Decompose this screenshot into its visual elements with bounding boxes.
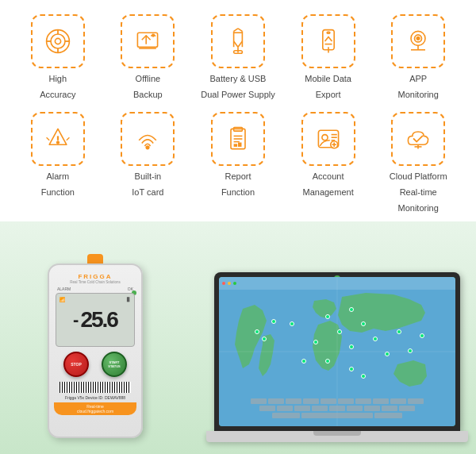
device-barcode [60, 382, 131, 393]
account-management-icon [314, 125, 343, 153]
report-function-label2: Function [221, 187, 255, 198]
minimize-dot [228, 282, 231, 285]
builtin-iot-icon [133, 125, 162, 153]
key-row-1 [219, 398, 455, 404]
feature-battery-usb: Battery & USB Dual Power Supply [196, 14, 280, 101]
status-label: STATUS [108, 364, 120, 368]
account-management-icon-box [301, 112, 355, 166]
key [355, 398, 371, 404]
map-dot [337, 329, 342, 334]
app-monitoring-label: APP [409, 73, 427, 84]
feature-high-accuracy: High Accuracy [16, 14, 100, 101]
device-temp-display: - 25.6 [73, 307, 117, 333]
features-section: High Accuracy Offline B [0, 0, 476, 221]
svg-line-17 [234, 41, 238, 47]
mobile-data-icon-box [301, 14, 355, 68]
key [408, 398, 424, 404]
key [251, 398, 267, 404]
key [390, 398, 406, 404]
maximize-dot [233, 282, 236, 285]
feature-alarm-function: Alarm Function [16, 112, 100, 214]
alarm-function-icon-box [31, 112, 85, 166]
battery-usb-icon-box [211, 14, 265, 68]
feature-offline-backup: Offline Backup [106, 14, 190, 101]
key-shift [272, 413, 300, 418]
feature-report-function: Report Function [196, 112, 280, 214]
key [268, 398, 284, 404]
key [303, 398, 319, 404]
app-monitoring-icon [404, 27, 432, 56]
key [399, 406, 415, 411]
close-dot [222, 282, 225, 285]
feature-mobile-data: Mobile Data Export [286, 14, 370, 101]
laptop-wrapper [214, 272, 460, 442]
svg-point-2 [55, 38, 60, 44]
svg-line-18 [238, 41, 242, 47]
key-space [301, 413, 373, 418]
key [382, 406, 397, 411]
device-bottom-label: Real-time cloud.friggatech.com [54, 402, 136, 415]
key-enter [374, 413, 402, 418]
mobile-data-label: Mobile Data [305, 73, 351, 84]
device-header-row: ALARM OK [54, 287, 136, 291]
start-button[interactable]: START STATUS [102, 352, 127, 377]
page: High Accuracy Offline B [0, 0, 476, 454]
app-monitoring-label2: Monitoring [398, 89, 439, 100]
svg-point-36 [147, 146, 150, 149]
device-brand: FRIGGA [78, 273, 112, 280]
device-subtitle: Real Time Cold Chain Solutions [70, 280, 121, 284]
key [373, 398, 389, 404]
battery-usb-icon [224, 27, 252, 56]
battery-usb-label2: Dual Power Supply [201, 89, 275, 100]
bottom-label-line2: cloud.friggatech.com [77, 409, 113, 414]
cloud-platform-icon [404, 125, 432, 153]
browser-bar [219, 277, 455, 290]
feature-app-monitoring: APP Monitoring [376, 14, 460, 101]
map-dot [349, 344, 354, 349]
target-icon [44, 27, 72, 56]
key [312, 406, 328, 411]
offline-backup-icon-box [121, 14, 175, 68]
signal-icon: 📶 [60, 297, 65, 302]
device-screen-icons: 📶 [60, 297, 65, 302]
map-dot [373, 337, 378, 341]
svg-point-28 [416, 37, 420, 40]
cloud-platform-label2: Real-time [400, 187, 437, 198]
laptop [214, 272, 460, 442]
high-accuracy-icon-box [31, 14, 85, 68]
stop-button[interactable]: STOP [63, 352, 89, 377]
key [364, 406, 380, 411]
laptop-base-notch [313, 431, 361, 436]
report-function-icon [224, 125, 252, 153]
key [347, 406, 363, 411]
key-row-spacebar [219, 413, 455, 418]
report-function-icon-box [211, 112, 265, 166]
offline-backup-icon [133, 27, 162, 56]
map-dot [397, 329, 401, 334]
feature-cloud-platform: Cloud Platform Real-time Monitoring [376, 112, 460, 214]
svg-line-35 [67, 137, 70, 140]
svg-line-16 [238, 29, 242, 32]
features-grid: High Accuracy Offline B [16, 14, 460, 214]
laptop-keyboard [219, 398, 455, 418]
cloud-platform-label3: Monitoring [398, 202, 439, 214]
key [294, 406, 310, 411]
app-monitoring-icon-box [391, 14, 445, 68]
svg-point-1 [51, 34, 65, 48]
key [321, 398, 336, 404]
key [277, 406, 293, 411]
builtin-iot-label: Built-in [135, 171, 162, 182]
svg-point-33 [56, 141, 59, 144]
svg-rect-25 [327, 32, 330, 33]
offline-backup-label: Offline [136, 73, 161, 84]
account-management-label: Account [313, 171, 344, 182]
svg-line-15 [234, 29, 238, 32]
svg-point-45 [321, 134, 327, 140]
alarm-function-icon [44, 125, 72, 153]
alarm-function-label: Alarm [46, 171, 69, 182]
key [329, 406, 345, 411]
mobile-data-label2: Export [316, 89, 341, 100]
device-screen: 📶 ▐▌ - 25.6 [56, 293, 135, 347]
svg-rect-42 [234, 144, 238, 147]
high-accuracy-label: High [48, 73, 67, 84]
